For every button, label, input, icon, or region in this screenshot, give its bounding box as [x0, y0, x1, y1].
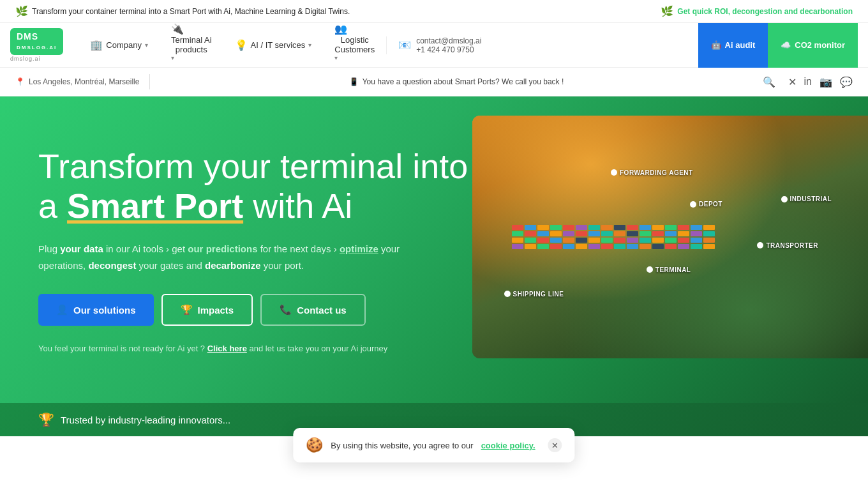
- locations: 📍 Los Angeles, Montréal, Marseille: [15, 77, 139, 86]
- company-label: Company: [106, 40, 142, 50]
- location-cities: Los Angeles, Montréal, Marseille: [29, 77, 139, 86]
- solutions-label: Our solutions: [73, 305, 136, 316]
- transporter-text: TRANSPORTER: [766, 242, 818, 249]
- terminal-dot: [647, 266, 653, 273]
- contact-us-button[interactable]: 📞 Contact us: [260, 294, 366, 326]
- nav-ai-it[interactable]: 💡 AI / IT services ▾: [223, 23, 324, 68]
- location-divider: [149, 74, 150, 89]
- twitter-icon[interactable]: ✕: [788, 76, 797, 88]
- nav-right-buttons: 🤖 Ai audit ☁️ CO2 monitor: [698, 23, 858, 68]
- solutions-icon: 👤: [56, 304, 68, 316]
- hero-port-image: FORWARDING AGENT DEPOT INDUSTRIAL TRANSP…: [472, 96, 868, 403]
- trusted-icon: 🏆: [38, 412, 54, 427]
- hero-buttons: 👤 Our solutions 🏆 Impacts 📞 Contact us: [38, 294, 472, 326]
- transporter-label: TRANSPORTER: [757, 242, 818, 249]
- shipping-dot: [504, 291, 511, 297]
- location-message: 📱 You have a question about Smart Ports?…: [160, 77, 752, 86]
- shipping-line-label: SHIPPING LINE: [504, 291, 564, 298]
- hero-content: Transform your terminal into a Smart Por…: [38, 146, 472, 353]
- cta-text-start: You feel your terminal is not ready for …: [38, 344, 207, 353]
- cta-text-end: and let us take you on your Ai journey: [247, 344, 387, 353]
- terminal-label-line2: products: [171, 45, 212, 54]
- contact-icon: 📞: [280, 304, 292, 316]
- ai-chevron: ▾: [308, 42, 311, 49]
- logo-domain: dmslog.ai: [10, 56, 63, 62]
- terminal-chevron: ▾: [171, 54, 174, 61]
- cookie-banner: 🍪 By using this website, you agree to ou…: [293, 428, 574, 436]
- location-bar: 📍 Los Angeles, Montréal, Marseille 📱 You…: [0, 68, 868, 96]
- phone-icon: 📱: [349, 77, 359, 86]
- terminal-label: TERMINAL: [647, 266, 691, 273]
- company-chevron: ▾: [145, 42, 148, 49]
- co2-monitor-button[interactable]: ☁️ CO2 monitor: [768, 23, 858, 68]
- location-pin-icon: 📍: [15, 77, 25, 86]
- company-icon: 🏢: [90, 39, 103, 51]
- terminal-text: TERMINAL: [655, 266, 691, 273]
- depot-label: DEPOT: [690, 201, 722, 208]
- impacts-label: Impacts: [198, 305, 234, 316]
- nav-contact: 📧 contact@dmslog.ai +1 424 470 9750: [386, 36, 493, 54]
- forwarding-dot: [611, 169, 617, 176]
- hero-smart-port: Smart Port: [67, 187, 243, 225]
- hero-title-part2: with Ai: [243, 187, 352, 225]
- forwarding-agent-label: FORWARDING AGENT: [611, 169, 693, 176]
- location-message-text: You have a question about Smart Ports? W…: [363, 77, 564, 86]
- terminal-label-line1: Terminal Ai: [171, 35, 212, 45]
- port-container: FORWARDING AGENT DEPOT INDUSTRIAL TRANSP…: [472, 116, 868, 358]
- terminal-icon: 🔌: [171, 23, 184, 35]
- hero-section: Transform your terminal into a Smart Por…: [0, 96, 868, 403]
- trusted-text: Trusted by industry-leading innovators..…: [61, 415, 230, 425]
- contact-label: Contact us: [297, 305, 347, 316]
- co2-monitor-label: CO2 monitor: [795, 40, 845, 50]
- banner-left-text: Transform your container terminal into a…: [32, 7, 350, 16]
- logistic-chevron: ▾: [334, 54, 338, 61]
- nav-company[interactable]: 🏢 Company ▾: [79, 23, 160, 68]
- banner-right: 🌿 Get quick ROI, decongestion and decarb…: [661, 5, 853, 17]
- logistic-icon: 👥: [334, 23, 347, 35]
- instagram-icon[interactable]: 📷: [819, 76, 832, 88]
- impacts-button[interactable]: 🏆 Impacts: [161, 294, 253, 326]
- our-solutions-button[interactable]: 👤 Our solutions: [38, 294, 154, 326]
- nav-terminal[interactable]: 🔌 Terminal Ai products ▾: [160, 23, 223, 68]
- ai-audit-label: Ai audit: [725, 40, 756, 50]
- hero-title: Transform your terminal into a Smart Por…: [38, 146, 472, 225]
- click-here-link[interactable]: Click here: [207, 344, 247, 353]
- ai-audit-button[interactable]: 🤖 Ai audit: [698, 23, 768, 68]
- email-icon: 📧: [398, 39, 411, 51]
- industrial-dot: [781, 196, 788, 202]
- logo-subtext: DMSLOG.AI: [17, 45, 57, 50]
- top-banner: 🌿 Transform your container terminal into…: [0, 0, 868, 23]
- transporter-dot: [757, 242, 763, 248]
- hero-cta: You feel your terminal is not ready for …: [38, 344, 472, 353]
- logistic-label-line1: Logistic: [334, 35, 375, 45]
- social-icons: 🔍 ✕ in 📷 💬: [763, 76, 853, 88]
- contact-email: contact@dmslog.ai: [416, 36, 481, 45]
- banner-right-text: Get quick ROI, decongestion and decarbon…: [677, 7, 853, 16]
- impacts-icon: 🏆: [181, 304, 193, 316]
- navbar: DMS DMSLOG.AI dmslog.ai 🏢 Company ▾ 🔌 Te…: [0, 23, 868, 68]
- banner-left: 🌿 Transform your container terminal into…: [15, 5, 350, 17]
- co2-icon: ☁️: [781, 40, 791, 50]
- shipping-line-text: SHIPPING LINE: [513, 291, 564, 298]
- nav-logistic[interactable]: 👥 Logistic Customers ▾: [323, 23, 386, 68]
- depot-text: DEPOT: [699, 201, 722, 208]
- port-labels: FORWARDING AGENT DEPOT INDUSTRIAL TRANSP…: [472, 116, 868, 358]
- logistic-label-line2: Customers: [334, 45, 375, 54]
- industrial-label: INDUSTRIAL: [781, 195, 832, 202]
- ai-icon: 💡: [235, 39, 248, 51]
- leaf-icon-right: 🌿: [661, 5, 673, 17]
- logo[interactable]: DMS DMSLOG.AI dmslog.ai: [10, 28, 63, 63]
- depot-dot: [690, 201, 696, 208]
- ai-it-label: AI / IT services: [251, 40, 306, 50]
- industrial-text: INDUSTRIAL: [790, 195, 832, 202]
- logo-box: DMS DMSLOG.AI: [10, 28, 63, 56]
- ai-audit-icon: 🤖: [711, 40, 721, 50]
- search-icon[interactable]: 🔍: [763, 76, 775, 88]
- linkedin-icon[interactable]: in: [804, 76, 812, 88]
- leaf-icon: 🌿: [15, 5, 28, 17]
- whatsapp-icon[interactable]: 💬: [840, 76, 853, 88]
- contact-phone: +1 424 470 9750: [416, 45, 481, 54]
- hero-subtitle: Plug your data in our Ai tools › get our…: [38, 241, 408, 273]
- logo-text: DMS: [17, 31, 38, 42]
- nav-items: 🏢 Company ▾ 🔌 Terminal Ai products ▾ 💡 A…: [79, 23, 698, 68]
